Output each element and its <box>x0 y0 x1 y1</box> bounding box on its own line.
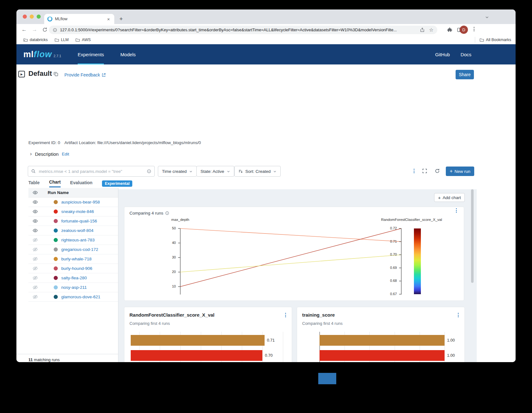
eye-hidden-icon[interactable] <box>33 285 38 290</box>
run-name-link[interactable]: glamorous-dove-621 <box>61 295 100 299</box>
browser-window: MLflow × + ← → 127.0.0.1:5000/#/experime… <box>16 9 516 362</box>
tab-table[interactable]: Table <box>28 180 40 187</box>
url-text[interactable]: 127.0.0.1:5000/#/experiments/0?searchFil… <box>60 27 415 32</box>
traffic-light-minimize[interactable] <box>30 15 34 19</box>
new-run-button[interactable]: + New run <box>446 167 474 176</box>
search-info-icon[interactable] <box>147 169 151 173</box>
eye-hidden-icon[interactable] <box>33 275 38 281</box>
run-name-link[interactable]: sneaky-mole-846 <box>61 209 94 214</box>
plus-icon: + <box>438 195 441 200</box>
extensions-puzzle-icon[interactable] <box>447 27 452 33</box>
add-chart-button[interactable]: + Add chart <box>434 193 465 202</box>
experimental-badge: Experimental <box>102 180 133 187</box>
bar-auspicious-bear-958[interactable] <box>320 335 445 346</box>
nav-experiments[interactable]: Experiments <box>78 44 104 64</box>
state-filter[interactable]: State: Active <box>196 166 234 177</box>
bookmark-star-icon[interactable]: ☆ <box>429 27 433 33</box>
tab-evaluation[interactable]: Evaluation <box>70 180 93 187</box>
nav-github-link[interactable]: GitHub <box>435 52 450 57</box>
sort-icon <box>238 169 243 173</box>
nav-models[interactable]: Models <box>120 44 135 64</box>
run-count: 11 <box>28 357 33 362</box>
tab-close-icon[interactable]: × <box>106 16 111 22</box>
new-tab-button[interactable]: + <box>119 16 123 22</box>
run-row: burly-whale-718 <box>28 254 118 264</box>
time-created-filter[interactable]: Time created <box>158 166 197 177</box>
bookmark-item[interactable]: LLM <box>55 38 69 42</box>
run-name-link[interactable]: nosy-asp-211 <box>61 285 87 290</box>
state-filter-label: State: Active <box>200 169 224 174</box>
visibility-column-icon[interactable] <box>33 190 38 195</box>
page-title: Default <box>28 70 52 78</box>
eye-visible-icon[interactable] <box>33 199 38 205</box>
back-button[interactable]: ← <box>21 27 27 33</box>
eye-visible-icon[interactable] <box>33 209 38 214</box>
run-color-dot <box>54 266 58 270</box>
eye-hidden-icon[interactable] <box>33 247 38 252</box>
bookmark-item[interactable]: databricks <box>23 38 48 42</box>
run-row: glamorous-dove-621 <box>28 292 118 302</box>
more-actions-icon[interactable] <box>414 169 415 173</box>
bar-sneaky-mole-846[interactable] <box>131 350 262 361</box>
desktop-background: MLflow × + ← → 127.0.0.1:5000/#/experime… <box>0 0 532 413</box>
bookmark-label: LLM <box>61 38 69 42</box>
bar-chart-title: training_score <box>302 312 335 318</box>
all-bookmarks-button[interactable]: All Bookmarks <box>475 37 511 43</box>
nav-docs-link[interactable]: Docs <box>461 52 471 57</box>
run-name-link[interactable]: salty-flea-280 <box>61 276 87 280</box>
site-info-icon[interactable] <box>53 28 57 32</box>
url-bar[interactable]: 127.0.0.1:5000/#/experiments/0?searchFil… <box>49 26 437 34</box>
run-name-link[interactable]: fortunate-quail-156 <box>61 219 97 223</box>
chart-menu-icon[interactable] <box>458 313 459 317</box>
chart-menu-icon[interactable] <box>285 313 286 317</box>
view-tabs: Table Chart Evaluation Experimental <box>28 179 132 187</box>
run-name-link[interactable]: burly-whale-718 <box>61 257 92 261</box>
tab-list-chevron-icon[interactable] <box>485 15 489 19</box>
eye-visible-icon[interactable] <box>33 228 38 233</box>
folder-icon <box>23 38 28 42</box>
run-name-link[interactable]: gregarious-cod-172 <box>61 247 98 252</box>
mlflow-favicon-icon <box>47 16 52 21</box>
bar-auspicious-bear-958[interactable] <box>131 335 265 346</box>
charts-scrollbar[interactable] <box>471 189 474 283</box>
eye-visible-icon[interactable] <box>33 218 38 224</box>
eye-hidden-icon[interactable] <box>33 266 38 271</box>
reload-button[interactable] <box>42 27 47 32</box>
description-edit-link[interactable]: Edit <box>62 152 69 156</box>
browser-toolbar: ← → 127.0.0.1:5000/#/experiments/0?searc… <box>16 24 516 35</box>
traffic-light-zoom[interactable] <box>37 15 41 19</box>
run-name-link[interactable]: burly-hound-906 <box>61 266 92 271</box>
bar-chart-card: RandomForestClassifier_score_X_val Compa… <box>124 307 292 362</box>
search-input[interactable] <box>38 169 144 174</box>
run-row: fortunate-quail-156 <box>28 216 118 226</box>
share-button[interactable]: Share <box>456 70 474 79</box>
forward-button[interactable]: → <box>32 27 37 33</box>
traffic-light-close[interactable] <box>23 15 27 19</box>
sidebar-collapse-icon[interactable]: ▶ <box>18 71 25 77</box>
browser-tab[interactable]: MLflow × <box>44 14 114 24</box>
profile-avatar[interactable]: D <box>460 26 468 34</box>
run-name-link[interactable]: zealous-wolf-804 <box>61 228 93 233</box>
tab-chart[interactable]: Chart <box>49 179 61 187</box>
eye-hidden-icon[interactable] <box>33 237 38 243</box>
run-search-box[interactable] <box>28 166 155 177</box>
bookmark-item[interactable]: AWS <box>75 38 91 42</box>
share-icon[interactable] <box>420 27 425 32</box>
bar-sneaky-mole-846[interactable] <box>320 350 445 361</box>
run-color-dot <box>54 257 58 261</box>
eye-hidden-icon[interactable] <box>33 256 38 262</box>
provide-feedback-link[interactable]: Provide Feedback <box>64 72 106 77</box>
refresh-icon[interactable] <box>435 168 440 173</box>
fullscreen-icon[interactable] <box>422 168 427 173</box>
description-expand-icon[interactable]: › <box>30 151 32 157</box>
eye-hidden-icon[interactable] <box>33 294 38 300</box>
run-count-text: matching runs <box>33 357 60 362</box>
browser-menu-icon[interactable] <box>474 27 475 31</box>
mlflow-logo[interactable]: mlflow 2.7.1 <box>23 50 61 59</box>
copy-icon[interactable] <box>53 71 58 76</box>
axis-tick-label: 0.72 <box>384 226 397 230</box>
plus-icon: + <box>450 168 452 174</box>
run-name-link[interactable]: righteous-ant-783 <box>61 238 95 242</box>
run-name-link[interactable]: auspicious-bear-958 <box>61 200 100 204</box>
sort-dropdown[interactable]: Sort: Created <box>234 166 281 177</box>
